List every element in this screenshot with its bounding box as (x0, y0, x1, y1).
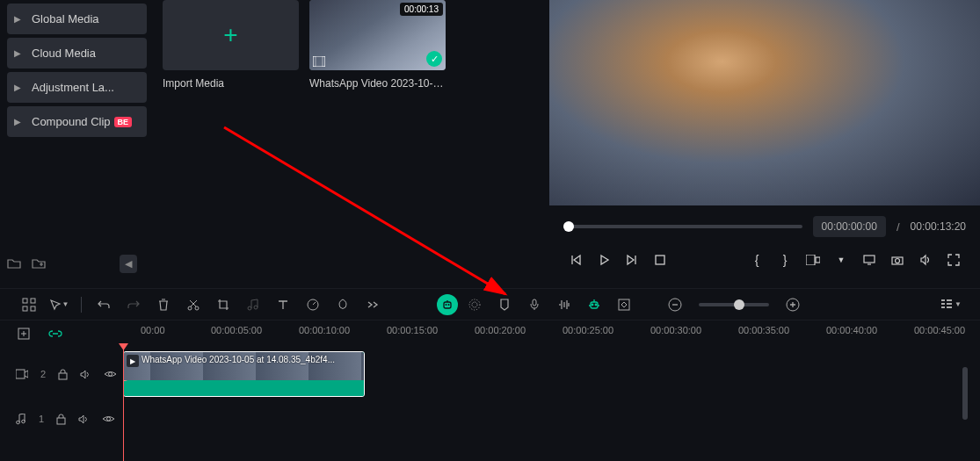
track-number: 1 (39, 414, 44, 424)
visibility-icon[interactable] (104, 370, 117, 378)
folder-add-icon[interactable] (32, 257, 46, 270)
progress-handle[interactable] (563, 221, 574, 232)
folder-down-icon[interactable] (7, 257, 21, 270)
effects-icon[interactable] (461, 292, 488, 317)
svg-rect-35 (947, 306, 952, 308)
total-time: 00:00:13:20 (911, 220, 966, 233)
color-icon[interactable] (330, 292, 356, 317)
svg-rect-5 (816, 257, 820, 263)
clip-name: WhatsApp Video 2023-10-05 at 14.08.35_4b… (142, 355, 335, 364)
current-time: 00:00:00:00 (813, 216, 886, 237)
sidebar-item-compound-clip[interactable]: ▶ Compound Clip BE (7, 106, 147, 137)
sidebar-item-cloud-media[interactable]: ▶ Cloud Media (7, 38, 147, 68)
svg-point-13 (188, 306, 192, 310)
track-number: 2 (40, 369, 46, 379)
ai-tools-icon[interactable] (581, 292, 607, 317)
ruler-tick: 00:00:45:00 (914, 325, 965, 335)
crop-icon[interactable] (210, 292, 236, 317)
plus-icon: + (223, 21, 237, 49)
svg-rect-11 (23, 306, 27, 311)
ai-robot-icon[interactable] (437, 294, 458, 315)
lock-icon[interactable] (56, 414, 66, 425)
media-clip-label: WhatsApp Video 2023-10-05... (309, 77, 446, 90)
sidebar-item-global-media[interactable]: ▶ Global Media (7, 4, 147, 34)
svg-point-22 (469, 299, 480, 310)
svg-rect-4 (806, 255, 815, 265)
camera-icon[interactable] (885, 248, 910, 272)
audio-sync-icon[interactable] (551, 292, 577, 317)
chevron-down-icon[interactable]: ▼ (829, 248, 853, 272)
zoom-out-icon[interactable] (662, 292, 688, 317)
timeline-scrollbar[interactable] (962, 367, 968, 420)
delete-icon[interactable] (150, 292, 177, 317)
mute-icon[interactable] (78, 414, 90, 425)
keyframe-icon[interactable] (611, 292, 637, 317)
step-forward-icon[interactable] (620, 248, 644, 272)
ruler-tick: 00:00:05:00 (211, 325, 262, 335)
fullscreen-icon[interactable] (941, 248, 966, 272)
video-track[interactable]: 2 ▶ WhatsApp Video 2023-10-05 at 14.08.3… (0, 346, 980, 402)
svg-point-39 (109, 372, 113, 376)
add-track-icon[interactable] (16, 321, 32, 346)
text-icon[interactable] (270, 292, 296, 317)
mute-icon[interactable] (80, 369, 91, 380)
svg-rect-27 (619, 299, 629, 310)
svg-rect-3 (656, 256, 664, 264)
volume-icon[interactable] (913, 248, 938, 272)
speed-icon[interactable] (300, 292, 326, 317)
preview-video[interactable] (549, 0, 980, 205)
svg-point-21 (472, 302, 477, 307)
audio-track[interactable]: 1 (0, 402, 980, 436)
ruler-tick: 00:00:15:00 (387, 325, 438, 335)
timeline: 00:00 00:00:05:00 00:00:10:00 00:00:15:0… (0, 320, 980, 436)
cursor-icon[interactable]: ▼ (46, 292, 72, 317)
playhead[interactable] (123, 346, 124, 461)
brace-open-icon[interactable]: { (744, 248, 769, 272)
collapse-sidebar-icon[interactable]: ◀ (120, 255, 137, 273)
snap-icon[interactable] (16, 292, 42, 317)
import-media-label: Import Media (163, 77, 299, 90)
ruler-tick: 00:00:10:00 (299, 325, 350, 335)
link-icon[interactable] (47, 321, 63, 346)
ruler-tick: 00:00 (141, 325, 165, 335)
brace-close-icon[interactable]: } (773, 248, 797, 272)
view-options-icon[interactable]: ▼ (938, 292, 964, 317)
chevron-right-icon: ▶ (14, 14, 21, 24)
monitor-icon[interactable] (857, 248, 882, 272)
timeline-toolbar: ▼ ▼ (0, 288, 980, 320)
play-icon[interactable] (592, 248, 616, 272)
svg-rect-10 (31, 299, 35, 303)
step-back-icon[interactable] (563, 248, 588, 272)
timeline-clip[interactable]: ▶ WhatsApp Video 2023-10-05 at 14.08.35_… (123, 351, 365, 397)
sidebar-item-label: Global Media (32, 12, 99, 25)
marker-icon[interactable] (491, 292, 518, 317)
clip-audio-wave (124, 380, 364, 396)
svg-rect-23 (533, 299, 536, 306)
svg-point-14 (195, 306, 199, 310)
media-clip-item[interactable]: 00:00:13 ✓ WhatsApp Video 2023-10-05... (309, 0, 446, 279)
zoom-slider[interactable] (699, 303, 769, 306)
aspect-icon[interactable] (801, 248, 825, 272)
redo-icon[interactable] (120, 292, 147, 317)
svg-point-25 (592, 304, 593, 306)
zoom-in-icon[interactable] (780, 292, 806, 317)
lock-icon[interactable] (58, 369, 68, 380)
svg-rect-0 (313, 56, 325, 67)
sidebar-item-label: Cloud Media (32, 47, 96, 60)
ruler-tick: 00:00:35:00 (738, 325, 789, 335)
undo-icon[interactable] (91, 292, 117, 317)
mic-icon[interactable] (521, 292, 548, 317)
visibility-icon[interactable] (102, 414, 115, 423)
svg-rect-33 (947, 299, 952, 301)
sidebar-item-adjustment-layer[interactable]: ▶ Adjustment La... (7, 72, 147, 103)
zoom-handle[interactable] (734, 299, 744, 310)
music-icon[interactable] (240, 292, 266, 317)
progress-bar[interactable] (563, 225, 802, 228)
more-icon[interactable] (359, 292, 386, 317)
svg-point-20 (448, 304, 450, 306)
import-media-button[interactable]: + Import Media (163, 0, 299, 279)
timeline-ruler[interactable]: 00:00 00:00:05:00 00:00:10:00 00:00:15:0… (141, 323, 964, 344)
stop-icon[interactable] (648, 248, 672, 272)
cut-icon[interactable] (180, 292, 207, 317)
ruler-tick: 00:00:40:00 (826, 325, 877, 335)
